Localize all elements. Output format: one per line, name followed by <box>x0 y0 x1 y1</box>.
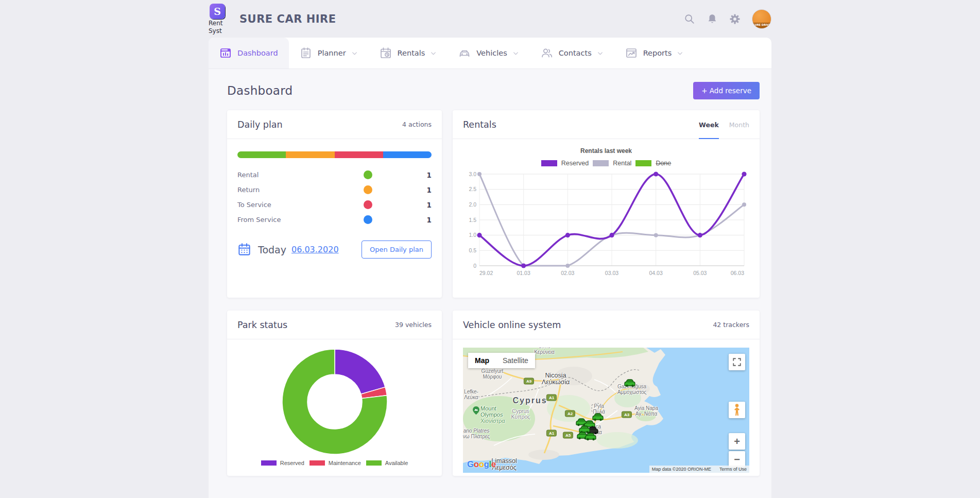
svg-text:1.5: 1.5 <box>469 217 476 223</box>
park-legend-item-reserved[interactable]: Reserved <box>261 460 304 466</box>
rentals-title: Rentals <box>463 119 496 130</box>
rentals-line-chart: 3.02.52.01.51.00.5029.0201.0302.0303.030… <box>463 170 749 279</box>
map-label-girne: GirneΚερύνεια <box>534 348 555 355</box>
satellite-button[interactable]: Satellite <box>496 353 535 368</box>
svg-text:2.5: 2.5 <box>469 186 476 192</box>
user-avatar[interactable]: SURE DRIVE <box>752 9 771 29</box>
google-logo[interactable]: Google <box>467 459 496 470</box>
chevron-down-icon <box>351 50 358 57</box>
road-badge-a1: A1 <box>546 394 557 401</box>
road-badge-a9: A9 <box>524 378 534 385</box>
svg-text:06.03: 06.03 <box>731 270 744 276</box>
park-legend-item-available[interactable]: Available <box>366 460 408 466</box>
search-icon[interactable] <box>684 13 695 25</box>
map-label-cyprus: CyprusΚύπρος <box>511 408 530 420</box>
progress-segment-from-service <box>383 151 432 158</box>
vehicle-marker[interactable] <box>584 432 597 441</box>
chevron-down-icon <box>512 50 519 57</box>
road-badge-a5: A5 <box>563 432 573 439</box>
daily-plan-row: To Service1 <box>237 197 432 212</box>
top-bar: S Rent Syst SURE CAR HIRE SURE DRIVE <box>209 0 771 38</box>
svg-text:04.03: 04.03 <box>649 270 663 276</box>
bell-icon[interactable] <box>707 13 718 25</box>
svg-text:1.0: 1.0 <box>469 232 476 238</box>
tab-planner[interactable]: Planner <box>289 38 369 68</box>
open-daily-plan-button[interactable]: Open Daily plan <box>362 241 432 259</box>
svg-text:03.03: 03.03 <box>605 270 618 276</box>
google-map[interactable]: GirneΚερύνειαGüzelyurtΜόρφουNicosiaΛεύκω… <box>463 348 749 473</box>
tab-rentals[interactable]: Rentals <box>369 38 448 68</box>
map-label-lefke: Lefke-Λεύκα <box>464 389 478 400</box>
park-legend-item-maintenance[interactable]: Maintenance <box>310 460 361 466</box>
tab-dashboard[interactable]: Dashboard <box>209 38 289 68</box>
reports-icon <box>625 47 638 59</box>
chevron-down-icon <box>597 50 604 57</box>
vehicle-marker[interactable] <box>591 412 605 421</box>
logo-icon: S <box>210 4 225 19</box>
tab-label: Dashboard <box>237 49 278 57</box>
logo[interactable]: S Rent Syst <box>209 4 225 35</box>
status-dot <box>364 215 372 224</box>
app-title: SURE CAR HIRE <box>239 13 336 25</box>
progress-segment-return <box>286 151 334 158</box>
svg-text:0.5: 0.5 <box>469 247 476 253</box>
daily-plan-rows: Rental1Return1To Service1From Service1 <box>237 167 432 227</box>
legend-item-done[interactable]: Done <box>635 160 671 167</box>
rentals-week-tab[interactable]: Week <box>699 121 719 129</box>
map-button[interactable]: Map <box>468 353 496 368</box>
donut-slice-reserved <box>335 349 385 394</box>
zoom-in-button[interactable]: + <box>729 433 745 450</box>
progress-segment-to-service <box>335 151 383 158</box>
status-dot <box>364 170 372 179</box>
park-status-vehicles-count: 39 vehicles <box>395 321 432 329</box>
main-nav: DashboardPlannerRentalsVehiclesContactsR… <box>209 38 771 69</box>
daily-plan-title: Daily plan <box>237 119 283 130</box>
legend-item-reserved[interactable]: Reserved <box>541 160 589 167</box>
legend-swatch <box>541 160 557 166</box>
vehicles-icon <box>458 47 471 59</box>
legend-label: Reserved <box>561 160 589 167</box>
rentals-month-tab[interactable]: Month <box>729 121 749 129</box>
tab-vehicles[interactable]: Vehicles <box>448 38 529 68</box>
topbar-actions: SURE DRIVE <box>684 9 771 29</box>
logo-text-line1: Rent <box>209 20 223 27</box>
park-status-donut-chart <box>278 345 392 459</box>
road-badge-a1: A1 <box>546 430 557 437</box>
status-dot <box>364 185 372 194</box>
map-type-buttons: Map Satellite <box>468 353 535 368</box>
map-label-cyprus: Cyprus <box>512 398 547 403</box>
terms-of-use-link[interactable]: Terms of Use <box>719 467 747 472</box>
legend-label: Done <box>656 160 671 167</box>
row-label: To Service <box>237 201 364 209</box>
legend-label: Rental <box>613 160 631 167</box>
pegman-button[interactable] <box>729 402 745 418</box>
legend-label: Available <box>385 460 408 466</box>
row-label: From Service <box>237 216 364 224</box>
dashboard-icon <box>219 47 232 59</box>
daily-plan-row: Return1 <box>237 182 432 197</box>
today-date-link[interactable]: 06.03.2020 <box>291 245 339 254</box>
tab-contacts[interactable]: Contacts <box>530 38 614 68</box>
vehicle-online-card: Vehicle online system 42 trackers <box>453 311 760 476</box>
map-data-attribution: Map data ©2020 ORION-ME <box>652 467 711 472</box>
map-attribution: Map data ©2020 ORION-ME Terms of Use <box>649 466 749 473</box>
legend-label: Reserved <box>280 460 304 466</box>
tab-label: Planner <box>318 49 346 57</box>
tab-label: Rentals <box>398 49 425 57</box>
legend-item-rental[interactable]: Rental <box>593 160 631 167</box>
row-label: Rental <box>237 171 364 179</box>
gear-icon[interactable] <box>729 13 741 25</box>
svg-text:3.0: 3.0 <box>469 171 476 177</box>
vehicle-marker[interactable] <box>623 378 637 387</box>
today-label: Today <box>258 244 286 255</box>
chevron-down-icon <box>677 50 683 57</box>
tab-label: Contacts <box>559 49 592 57</box>
vehicle-online-title: Vehicle online system <box>463 320 561 330</box>
tab-reports[interactable]: Reports <box>614 38 695 68</box>
fullscreen-button[interactable] <box>729 354 745 370</box>
status-dot <box>364 200 372 209</box>
svg-text:05.03: 05.03 <box>693 270 707 276</box>
add-reserve-button[interactable]: + Add reserve <box>693 82 760 99</box>
tab-label: Vehicles <box>476 49 507 57</box>
park-status-card: Park status 39 vehicles ReservedMaintena… <box>227 311 442 476</box>
